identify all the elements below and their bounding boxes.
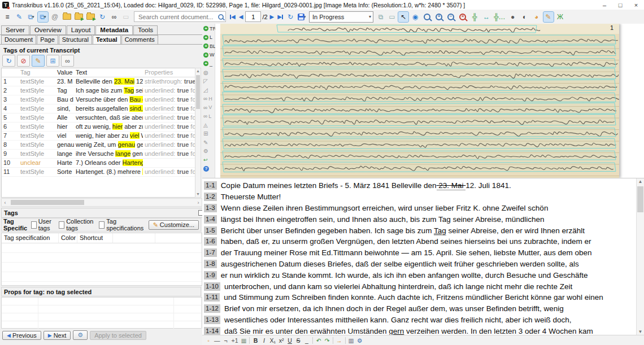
- tab-layout[interactable]: Layout: [67, 25, 95, 34]
- redo-icon[interactable]: ↷: [324, 337, 330, 344]
- fit-custom-icon[interactable]: ╬…: [493, 12, 506, 22]
- transcript-line[interactable]: 1-10unterbrochen, und dann kam so vieler…: [202, 281, 644, 292]
- next-button[interactable]: ▶Next: [43, 331, 71, 340]
- spec-empty-row[interactable]: [2, 253, 202, 263]
- plus-one-icon[interactable]: +1: [232, 337, 238, 344]
- editor-settings-icon[interactable]: ⚙: [357, 337, 363, 344]
- status-dropdown[interactable]: In Progress ▾: [309, 11, 373, 23]
- export-folder-icon[interactable]: [85, 12, 95, 22]
- layout-view-icon[interactable]: ⧉▾: [38, 12, 48, 22]
- scroll-down-icon[interactable]: ▼: [195, 191, 201, 197]
- special-char-icon[interactable]: ◦: [206, 337, 211, 344]
- transcript-line[interactable]: 1-6haben, daß er, zu unserm großen Vergn…: [202, 236, 644, 247]
- search-input[interactable]: [137, 13, 217, 21]
- transcript-line[interactable]: 1-11und Stimmung zum Schreiben finden ko…: [202, 292, 644, 303]
- page-number-input[interactable]: [245, 11, 261, 22]
- transcript-line[interactable]: 1-7der Trauung meiner Rose mit Ed.Tittma…: [202, 247, 644, 259]
- add-other-button[interactable]: +_: [202, 59, 212, 68]
- spec-empty-row[interactable]: [2, 272, 202, 282]
- first-page-button[interactable]: ◀: [229, 14, 237, 20]
- tag-table-row[interactable]: 3textStyleBau dVersuche über den Bau des…: [2, 95, 197, 104]
- spec-empty-row[interactable]: [2, 243, 202, 253]
- at-symbol-icon[interactable]: @: [50, 12, 60, 22]
- italic-icon[interactable]: I: [261, 337, 267, 344]
- tag-table-row[interactable]: 2textStyleTagIch sage bis zum Tag seiner…: [2, 86, 197, 95]
- checkbox-user-tags[interactable]: User tags: [31, 218, 55, 232]
- transcript-line[interactable]: 1-3Wenn diese Zeilen ihren Bestimmungsor…: [202, 203, 644, 214]
- rotate-image-icon[interactable]: ●: [508, 12, 518, 22]
- visibility-eye-icon[interactable]: ◉: [410, 12, 420, 22]
- checkbox-collection-tags[interactable]: Collection tags: [59, 218, 95, 232]
- spec-empty-row[interactable]: [2, 263, 202, 272]
- add-line-button[interactable]: +L: [202, 33, 212, 42]
- hscroll-thumb[interactable]: [11, 200, 84, 205]
- split-line-icon[interactable]: ∞L: [202, 112, 211, 121]
- apply-to-selected-button[interactable]: Apply to selected: [90, 331, 146, 340]
- strikethrough-icon[interactable]: S: [295, 337, 301, 344]
- refresh-tags-icon[interactable]: ↻: [2, 55, 15, 67]
- wrench-button[interactable]: ⚙: [73, 330, 88, 340]
- add-word-button[interactable]: +W: [202, 51, 215, 60]
- split-vertical-icon[interactable]: ∞V: [202, 103, 212, 112]
- image-ref-icon[interactable]: ▦: [241, 337, 246, 344]
- scroll-up-icon[interactable]: ▲: [637, 178, 644, 185]
- not-sign-icon[interactable]: ¬: [223, 337, 229, 344]
- last-page-button[interactable]: ▶: [276, 14, 284, 20]
- add-baseline-button[interactable]: +BL: [202, 42, 216, 51]
- tag-table-row[interactable]: 8textStylegenauwenig Zeit, um genau genu…: [2, 141, 197, 150]
- minimize-button[interactable]: –: [597, 0, 612, 10]
- subtab-document[interactable]: Document: [1, 35, 36, 44]
- split-view-icon[interactable]: ▥: [349, 337, 354, 344]
- tag-table-row[interactable]: 6textStylehieroft zu wenig, hier aber zu…: [2, 123, 197, 132]
- split-horizontal-icon[interactable]: ∞H: [202, 94, 212, 103]
- tag-table-row[interactable]: 5textStyleAlleversuchten, daß sie aber A…: [2, 113, 197, 123]
- underline-icon[interactable]: U: [287, 337, 293, 344]
- transcript-line[interactable]: 1-8ausgestrichenen Datum dieses Briefes,…: [202, 259, 644, 270]
- open-folder-icon[interactable]: [62, 12, 72, 22]
- merge-shape-icon[interactable]: ◿: [202, 86, 208, 95]
- paste-doc-icon[interactable]: ▭: [387, 12, 397, 22]
- superscript-icon[interactable]: x²: [279, 337, 284, 344]
- transcript-line[interactable]: 1-14daß Sie mir es unter den erwähnten U…: [202, 325, 644, 335]
- palette-icon[interactable]: ◕: [532, 12, 542, 22]
- globe-icon[interactable]: ◍: [202, 68, 208, 77]
- underscore-icon[interactable]: _: [304, 337, 310, 344]
- manuscript-page[interactable]: [220, 24, 619, 178]
- customize-button[interactable]: ✎ Customize...: [149, 220, 199, 230]
- subtab-structural[interactable]: Structural: [59, 35, 92, 44]
- subtab-textual[interactable]: Textual: [93, 35, 121, 44]
- tags-table-vscrollbar[interactable]: ▲ ▼: [195, 68, 201, 198]
- add-textregion-button[interactable]: +TR: [202, 24, 216, 33]
- transcript-line[interactable]: 1-4längst bei Ihnen eingetroffen sein, u…: [202, 213, 644, 225]
- subtab-page[interactable]: Page: [37, 35, 58, 44]
- copy-doc-icon[interactable]: ⧉: [376, 12, 386, 22]
- transcript-line[interactable]: 1-9er nun wirklich zu Stande kommt. Ich …: [202, 269, 644, 281]
- reading-order-icon[interactable]: ◬: [202, 121, 208, 130]
- tag-table-row[interactable]: 4textStylesind,bereits ausgefallen sind,…: [2, 104, 197, 113]
- tab-server[interactable]: Server: [1, 25, 29, 34]
- bold-icon[interactable]: B: [253, 337, 258, 344]
- zoom-in-icon[interactable]: +: [434, 12, 444, 22]
- zoom-reset-icon[interactable]: ×: [458, 12, 468, 22]
- import-folder-icon[interactable]: [73, 12, 84, 22]
- table-icon[interactable]: ⊞: [202, 129, 208, 138]
- edit-pen-icon[interactable]: ✎: [14, 12, 24, 22]
- fit-page-icon[interactable]: ╬: [469, 12, 480, 22]
- dash-icon[interactable]: —: [214, 337, 220, 344]
- menu-icon[interactable]: ≡: [2, 12, 12, 22]
- transcript-editor[interactable]: 1-1Copie Datum meines letzten Briefs - 5…: [202, 178, 644, 335]
- zoom-select-icon[interactable]: [422, 12, 432, 22]
- tag-grid-icon[interactable]: ⊞: [46, 55, 59, 67]
- subscript-icon[interactable]: X₁: [269, 337, 276, 344]
- delete-tag-icon[interactable]: ⊘: [17, 55, 30, 67]
- transcript-line[interactable]: 1-5Bericht über unser Befinden gegeben h…: [202, 225, 644, 236]
- annotate-pen-icon[interactable]: ✎: [543, 12, 554, 22]
- help-icon[interactable]: ?: [202, 164, 209, 173]
- tab-tools[interactable]: Tools: [133, 25, 158, 34]
- transcript-scrollbar[interactable]: ▲ ▼: [636, 178, 644, 335]
- jump-icon[interactable]: →: [336, 337, 342, 344]
- maximize-button[interactable]: □: [612, 0, 628, 10]
- zoom-out-icon[interactable]: −: [446, 12, 456, 22]
- scroll-thumb[interactable]: [637, 186, 643, 212]
- transcript-line[interactable]: 1-1Copie Datum meines letzten Briefs - 5…: [202, 180, 644, 191]
